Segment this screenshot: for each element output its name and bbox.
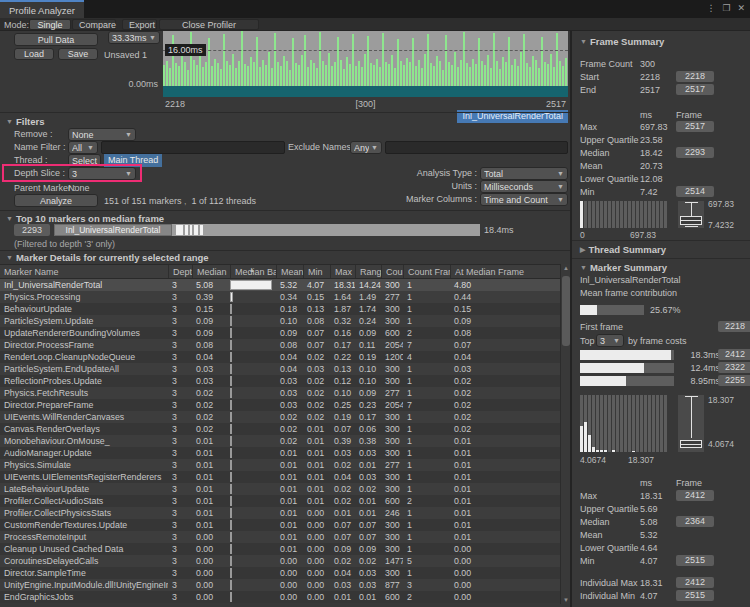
top10-marker-segment[interactable] bbox=[194, 225, 198, 235]
filters-header[interactable]: ▼Filters bbox=[6, 116, 44, 127]
tab-profile-analyzer[interactable]: Profile Analyzer bbox=[0, 0, 84, 18]
remove-dropdown[interactable]: None▼ bbox=[68, 128, 136, 141]
top10-first-segment[interactable]: Inl_UniversalRenderTotal bbox=[54, 224, 172, 236]
close-profiler-window-button[interactable]: Close Profiler Window bbox=[159, 19, 259, 30]
mode-single-button[interactable]: Single bbox=[29, 19, 71, 30]
marker-details-header[interactable]: ▼Marker Details for currently selected r… bbox=[6, 252, 209, 263]
scale-dropdown[interactable]: 33.33ms ▼ bbox=[108, 31, 160, 44]
top10-bar-track[interactable]: Inl_UniversalRenderTotal bbox=[54, 224, 480, 236]
table-row[interactable]: BehaviourUpdate30.150.180.131.871.743001… bbox=[0, 303, 560, 315]
table-row[interactable]: RenderLoop.CleanupNodeQueue30.040.040.02… bbox=[0, 351, 560, 363]
table-row[interactable]: Physics.Simulate30.010.010.010.020.01277… bbox=[0, 459, 560, 471]
frame-link-button[interactable]: 2514 bbox=[676, 186, 714, 197]
frame-summary-header[interactable]: ▼Frame Summary bbox=[580, 36, 664, 47]
table-row[interactable]: Director.ProcessFrame30.080.080.070.170.… bbox=[0, 339, 560, 351]
table-row[interactable]: ProcessRemoteInput30.000.010.000.070.073… bbox=[0, 531, 560, 543]
table-row[interactable]: ParticleSystem.EndUpdateAll30.030.040.03… bbox=[0, 363, 560, 375]
analyze-button[interactable]: Analyze bbox=[14, 194, 98, 207]
table-row[interactable]: ReflectionProbes.Update30.030.030.020.12… bbox=[0, 375, 560, 387]
table-row[interactable]: ParticleSystem.Update30.090.100.080.320.… bbox=[0, 315, 560, 327]
table-row[interactable]: LateBehaviourUpdate30.010.010.010.020.02… bbox=[0, 483, 560, 495]
table-row[interactable]: UpdateRendererBoundingVolumes30.090.090.… bbox=[0, 327, 560, 339]
table-row[interactable]: Canvas.RenderOverlays30.020.020.010.070.… bbox=[0, 423, 560, 435]
frame-link-button[interactable]: 2412 bbox=[676, 577, 714, 588]
pull-data-button[interactable]: Pull Data bbox=[14, 33, 98, 46]
column-range[interactable]: Range bbox=[355, 265, 381, 278]
frame-bar bbox=[487, 55, 489, 86]
marker-table-header[interactable]: Marker Name Depth Median ▲Median Bar Mea… bbox=[0, 264, 560, 279]
table-row[interactable]: UIEvents.UIElementsRegisterRenderers30.0… bbox=[0, 471, 560, 483]
close-icon[interactable]: ✕ bbox=[737, 3, 745, 13]
export-button[interactable]: Export bbox=[122, 19, 157, 30]
frame-link-button[interactable]: 2412 bbox=[718, 349, 750, 360]
column-count[interactable]: Count bbox=[381, 265, 403, 278]
table-cell: 3 bbox=[168, 495, 192, 507]
table-cell: 1.74 bbox=[355, 303, 381, 315]
frame-link-button[interactable]: 2322 bbox=[718, 362, 750, 373]
column-min[interactable]: Min bbox=[303, 265, 330, 278]
column-median[interactable]: Median bbox=[192, 265, 230, 278]
name-filter-dropdown[interactable]: All▼ bbox=[68, 141, 98, 154]
table-row[interactable]: Director.PrepareFrame30.020.030.020.250.… bbox=[0, 399, 560, 411]
median-bar bbox=[230, 436, 232, 446]
mode-compare-button[interactable]: Compare bbox=[72, 19, 116, 30]
frame-link-button[interactable]: 2517 bbox=[676, 84, 714, 95]
top10-marker-segment[interactable] bbox=[176, 225, 183, 235]
thread-summary-header[interactable]: ▶Thread Summary bbox=[580, 244, 666, 255]
frame-link-button[interactable]: 2515 bbox=[676, 590, 714, 601]
frame-link-button[interactable]: 2517 bbox=[676, 121, 714, 132]
analysis-type-dropdown[interactable]: Total▼ bbox=[480, 167, 568, 180]
table-row[interactable]: Cleanup Unused Cached Data30.000.010.000… bbox=[0, 543, 560, 555]
column-marker-name[interactable]: Marker Name bbox=[0, 265, 168, 278]
table-row[interactable]: Profiler.CollectPhysicsStats30.010.010.0… bbox=[0, 507, 560, 519]
name-filter-input[interactable] bbox=[101, 141, 285, 154]
table-row[interactable]: CoroutinesDelayedCalls30.000.000.000.020… bbox=[0, 555, 560, 567]
exclude-names-input[interactable] bbox=[385, 141, 568, 154]
maximize-icon[interactable]: ❐ bbox=[722, 3, 730, 13]
marker-columns-dropdown[interactable]: Time and Count▼ bbox=[480, 193, 568, 206]
table-row[interactable]: Physics.Processing30.390.340.151.641.492… bbox=[0, 291, 560, 303]
frame-link-button[interactable]: 2364 bbox=[676, 516, 714, 527]
table-row[interactable]: CustomRenderTextures.Update30.010.010.00… bbox=[0, 519, 560, 531]
frame-bar bbox=[220, 69, 222, 86]
column-depth[interactable]: Depth bbox=[168, 265, 192, 278]
top10-marker-segment[interactable] bbox=[185, 225, 188, 235]
load-button[interactable]: Load bbox=[14, 48, 54, 60]
table-row[interactable]: Profiler.CollectAudioStats30.010.010.010… bbox=[0, 495, 560, 507]
top-n-dropdown[interactable]: 3▼ bbox=[596, 334, 624, 347]
column-at-median-frame[interactable]: At Median Frame bbox=[450, 265, 560, 278]
menu-icon[interactable]: ⋮ bbox=[706, 3, 715, 13]
frame-link-button[interactable]: 2218 bbox=[676, 71, 714, 82]
table-row[interactable]: Inl_UniversalRenderTotal35.085.324.0718.… bbox=[0, 279, 560, 291]
table-row[interactable]: EndGraphicsJobs30.000.000.000.010.016002… bbox=[0, 591, 560, 603]
frame-link-button[interactable]: 2218 bbox=[718, 321, 750, 332]
table-scrollbar[interactable]: ▲ ▼ bbox=[560, 264, 570, 604]
table-row[interactable]: UIEvents.WillRenderCanvases30.020.020.02… bbox=[0, 411, 560, 423]
frame-link-button[interactable]: 2515 bbox=[676, 555, 714, 566]
frame-link-button[interactable]: 2412 bbox=[676, 490, 714, 501]
top10-frame-button[interactable]: 2293 bbox=[14, 224, 50, 236]
table-row[interactable]: Physics.FetchResults30.020.030.020.100.0… bbox=[0, 387, 560, 399]
save-button[interactable]: Save bbox=[58, 48, 98, 60]
scrollbar-thumb[interactable] bbox=[562, 276, 570, 346]
frame-link-button[interactable]: 2255 bbox=[718, 375, 750, 386]
frame-link-button[interactable]: 2293 bbox=[676, 147, 714, 158]
frames-chart[interactable]: 16.00ms bbox=[163, 31, 568, 97]
table-row[interactable]: Director.SampleTime30.000.000.000.040.03… bbox=[0, 567, 560, 579]
marker-summary-header[interactable]: ▼Marker Summary bbox=[580, 262, 667, 273]
table-row[interactable]: Monobehaviour.OnMouse_30.010.020.010.390… bbox=[0, 435, 560, 447]
table-row[interactable]: UnityEngine.InputModule.dll!UnityEngineI… bbox=[0, 579, 560, 591]
table-cell: 0.00 bbox=[303, 591, 330, 603]
table-cell: 0.19 bbox=[330, 411, 355, 423]
units-dropdown[interactable]: Milliseconds▼ bbox=[480, 180, 568, 193]
column-max[interactable]: Max bbox=[330, 265, 355, 278]
top10-header[interactable]: ▼Top 10 markers on median frame bbox=[6, 213, 164, 224]
table-row[interactable]: AudioManager.Update30.010.010.010.030.03… bbox=[0, 447, 560, 459]
top10-marker-segment[interactable] bbox=[190, 225, 192, 235]
table-cell: 2 bbox=[403, 327, 450, 339]
column-mean[interactable]: Mean bbox=[276, 265, 303, 278]
exclude-names-dropdown[interactable]: Any▼ bbox=[350, 141, 382, 154]
top10-marker-segment[interactable] bbox=[200, 225, 203, 235]
column-median-bar[interactable]: ▲Median Bar bbox=[230, 265, 276, 278]
column-count-frame[interactable]: Count Frame bbox=[403, 265, 450, 278]
